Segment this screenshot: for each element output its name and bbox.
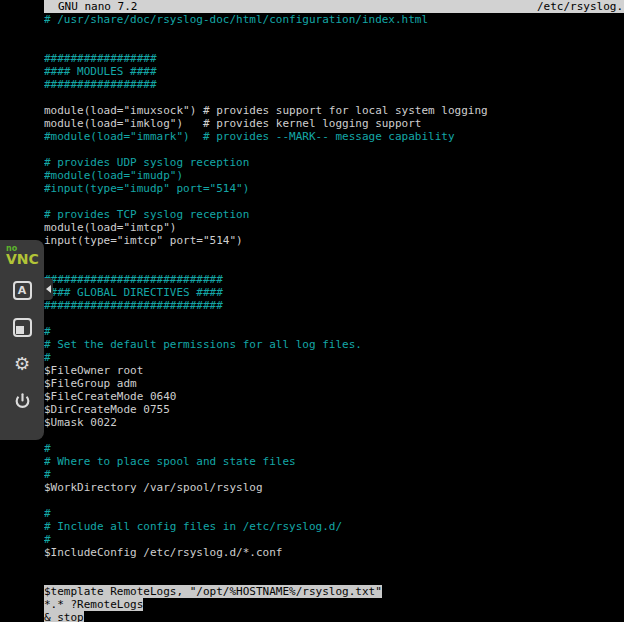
selected-text: $template RemoteLogs, "/opt/%HOSTNAME%/r… <box>44 585 382 598</box>
editor-line <box>44 39 624 52</box>
editor-line: $FileGroup adm <box>44 377 624 390</box>
config-text: $FileOwner root <box>44 364 143 377</box>
editor-line: # <box>44 533 624 546</box>
editor-line <box>44 494 624 507</box>
editor-line: $FileCreateMode 0640 <box>44 390 624 403</box>
editor-line <box>44 559 624 572</box>
editor-line: $Umask 0022 <box>44 416 624 429</box>
config-text: $Umask 0022 <box>44 416 117 429</box>
editor-line: # provides TCP syslog reception <box>44 208 624 221</box>
fullscreen-icon <box>13 318 32 337</box>
editor-line <box>44 91 624 104</box>
config-text: $WorkDirectory /var/spool/rsyslog <box>44 481 263 494</box>
editor-line: ################# <box>44 78 624 91</box>
comment-text: # <box>44 325 51 338</box>
editor-line <box>44 312 624 325</box>
editor-line <box>44 572 624 585</box>
power-icon <box>14 393 31 410</box>
config-text: module(load="imtcp") <box>44 221 176 234</box>
config-text: input(type="imtcp" port="514") <box>44 234 243 247</box>
editor-line: # Set the default permissions for all lo… <box>44 338 624 351</box>
editor-line: # <box>44 325 624 338</box>
editor-line: # /usr/share/doc/rsyslog-doc/html/config… <box>44 13 624 26</box>
editor-line: #module(load="immark") # provides --MARK… <box>44 130 624 143</box>
comment-text: # provides UDP syslog reception <box>44 156 249 169</box>
editor-line: $WorkDirectory /var/spool/rsyslog <box>44 481 624 494</box>
left-arrow-icon <box>46 285 51 293</box>
comment-text: #module(load="imudp") <box>44 169 183 182</box>
settings-button[interactable]: ⚙ <box>9 351 35 377</box>
editor-line <box>44 143 624 156</box>
editor-line <box>44 195 624 208</box>
editor-line: # <box>44 468 624 481</box>
vnc-control-bar: no VNC A ⚙ <box>0 240 44 440</box>
comment-text: # /usr/share/doc/rsyslog-doc/html/config… <box>44 13 428 26</box>
editor-line: *.* ?RemoteLogs <box>44 598 624 611</box>
editor-line: $IncludeConfig /etc/rsyslog.d/*.conf <box>44 546 624 559</box>
fullscreen-button[interactable] <box>9 314 35 340</box>
editor-line: module(load="imklog") # provides kernel … <box>44 117 624 130</box>
comment-text: # <box>44 442 51 455</box>
terminal-window: GNU nano 7.2 /etc/rsyslog. # /usr/share/… <box>44 0 624 622</box>
comment-text: # provides TCP syslog reception <box>44 208 249 221</box>
editor-line <box>44 247 624 260</box>
editor-line: #### MODULES #### <box>44 65 624 78</box>
comment-text: #### MODULES #### <box>44 65 157 78</box>
editor-line: $template RemoteLogs, "/opt/%HOSTNAME%/r… <box>44 585 624 598</box>
editor-line: input(type="imtcp" port="514") <box>44 234 624 247</box>
editor-line: #module(load="imudp") <box>44 169 624 182</box>
selected-text: *.* ?RemoteLogs <box>44 598 143 611</box>
novnc-logo: no VNC <box>0 240 44 267</box>
editor-line: ################# <box>44 52 624 65</box>
comment-text: # <box>44 507 51 520</box>
file-path: /etc/rsyslog. <box>537 0 624 13</box>
editor-line: #### GLOBAL DIRECTIVES #### <box>44 286 624 299</box>
comment-text: # <box>44 468 51 481</box>
editor-content[interactable]: # /usr/share/doc/rsyslog-doc/html/config… <box>44 13 624 622</box>
editor-line: $DirCreateMode 0755 <box>44 403 624 416</box>
screen: { "colors": { "titlebar": "#d2d2d2", "co… <box>0 0 624 622</box>
editor-line: # <box>44 507 624 520</box>
config-text: $FileCreateMode 0640 <box>44 390 176 403</box>
comment-text: ########################### <box>44 299 223 312</box>
comment-text: ################# <box>44 52 157 65</box>
comment-text: # Include all config files in /etc/rsysl… <box>44 520 342 533</box>
novnc-logo-vnc: VNC <box>6 252 44 267</box>
comment-text: # <box>44 533 51 546</box>
editor-line: module(load="imtcp") <box>44 221 624 234</box>
editor-line: ########################### <box>44 299 624 312</box>
a-key-icon: A <box>13 281 32 300</box>
comment-text: ########################### <box>44 273 223 286</box>
gear-icon: ⚙ <box>14 355 30 373</box>
config-text: module(load="imklog") # provides kernel … <box>44 117 422 130</box>
selected-text: & stop <box>44 611 84 622</box>
editor-line: # Where to place spool and state files <box>44 455 624 468</box>
comment-text: #module(load="immark") # provides --MARK… <box>44 130 455 143</box>
editor-line: ########################### <box>44 273 624 286</box>
editor-line: module(load="imuxsock") # provides suppo… <box>44 104 624 117</box>
comment-text: #input(type="imudp" port="514") <box>44 182 249 195</box>
config-text: $DirCreateMode 0755 <box>44 403 170 416</box>
config-text: $IncludeConfig /etc/rsyslog.d/*.conf <box>44 546 282 559</box>
editor-line: #input(type="imudp" port="514") <box>44 182 624 195</box>
comment-text: ################# <box>44 78 157 91</box>
extra-keys-button[interactable]: A <box>9 277 35 303</box>
config-text: $FileGroup adm <box>44 377 137 390</box>
editor-line <box>44 26 624 39</box>
editor-line: # <box>44 351 624 364</box>
disconnect-button[interactable] <box>9 388 35 414</box>
editor-line: # <box>44 442 624 455</box>
editor-line: # Include all config files in /etc/rsysl… <box>44 520 624 533</box>
editor-line: $FileOwner root <box>44 364 624 377</box>
editor-line: # provides UDP syslog reception <box>44 156 624 169</box>
editor-line <box>44 260 624 273</box>
vnc-buttons: A ⚙ <box>0 277 44 414</box>
comment-text: # Where to place spool and state files <box>44 455 296 468</box>
editor-line <box>44 429 624 442</box>
comment-text: # Set the default permissions for all lo… <box>44 338 362 351</box>
comment-text: #### GLOBAL DIRECTIVES #### <box>44 286 223 299</box>
config-text: module(load="imuxsock") # provides suppo… <box>44 104 488 117</box>
nano-titlebar: GNU nano 7.2 /etc/rsyslog. <box>44 0 624 13</box>
editor-line: & stop <box>44 611 624 622</box>
control-bar-collapse-handle[interactable] <box>44 278 53 300</box>
